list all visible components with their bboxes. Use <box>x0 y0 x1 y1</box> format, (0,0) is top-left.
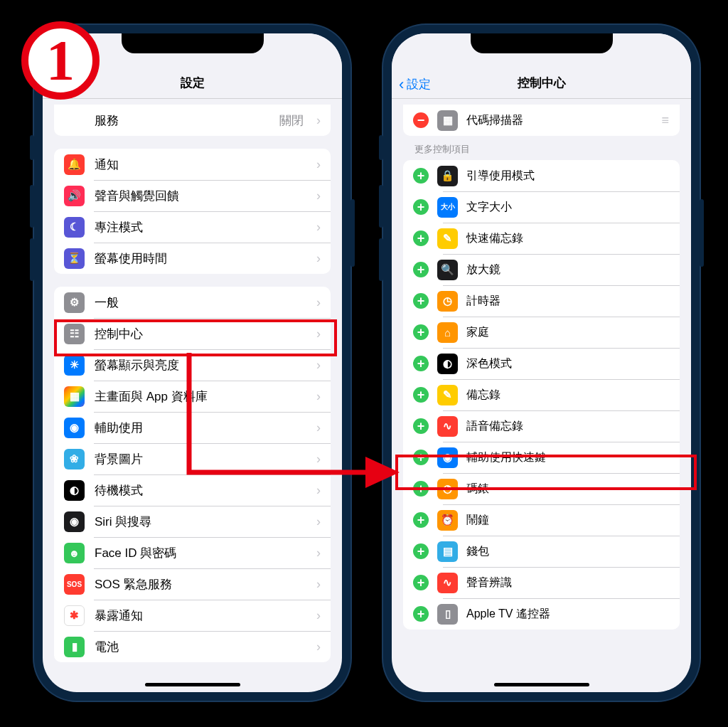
control-row[interactable]: +✎快速備忘錄 <box>403 223 680 254</box>
add-button[interactable]: + <box>413 450 429 465</box>
sound-recognition-icon: ∿ <box>437 573 458 593</box>
settings-row[interactable]: ☾專注模式› <box>54 211 331 243</box>
control-row[interactable]: +🔒引導使用模式 <box>403 160 680 191</box>
row-label: 暴露通知 <box>95 607 306 624</box>
settings-row[interactable]: ◉輔助使用› <box>54 412 331 443</box>
settings-content[interactable]: 服務 關閉 › 🔔通知›🔊聲音與觸覺回饋›☾專注模式›⏳螢幕使用時間› ⚙一般›… <box>43 105 342 662</box>
stopwatch-icon: ◔ <box>437 479 458 499</box>
row-label: 背景圖片 <box>95 451 306 467</box>
row-value: 關閉 <box>279 112 304 129</box>
settings-row[interactable]: ☀螢幕顯示與亮度› <box>54 349 331 381</box>
faceid-icon: ☻ <box>64 543 85 563</box>
add-button[interactable]: + <box>413 168 429 184</box>
row-label: 放大鏡 <box>466 262 670 277</box>
bell-icon: 🔔 <box>64 154 85 175</box>
notch <box>471 33 613 53</box>
drag-handle-icon[interactable]: ≡ <box>661 113 670 128</box>
control-row[interactable]: +▤錢包 <box>403 536 680 567</box>
control-row[interactable]: +◐深色模式 <box>403 348 680 379</box>
add-button[interactable]: + <box>413 324 429 340</box>
settings-row[interactable]: ❀背景圖片› <box>54 443 331 474</box>
add-button[interactable]: + <box>413 387 429 403</box>
settings-row-service[interactable]: 服務 關閉 › <box>54 105 331 136</box>
settings-row[interactable]: ▮電池› <box>54 631 331 662</box>
chevron-back-icon: ‹ <box>399 77 404 92</box>
control-row[interactable]: +∿語音備忘錄 <box>403 410 680 442</box>
siri-icon: ◉ <box>64 511 85 532</box>
control-center-content[interactable]: −▦代碼掃描器≡ 更多控制項目 +🔒引導使用模式+大小文字大小+✎快速備忘錄+🔍… <box>392 105 691 630</box>
brightness-icon: ☀ <box>64 355 85 376</box>
settings-row[interactable]: ⏳螢幕使用時間› <box>54 243 331 274</box>
control-row[interactable]: +◔碼錶 <box>403 473 680 504</box>
control-row[interactable]: +◷計時器 <box>403 285 680 317</box>
remove-button[interactable]: − <box>413 112 429 128</box>
power-button <box>700 199 704 267</box>
add-button[interactable]: + <box>413 262 429 277</box>
phone-frame-left: 設定 服務 關閉 › 🔔通知›🔊聲音與觸覺回饋›☾專注模式›⏳螢幕使用時間› ⚙… <box>34 25 350 701</box>
add-button[interactable]: + <box>413 418 429 434</box>
hourglass-icon: ⏳ <box>64 248 85 269</box>
lock-icon: 🔒 <box>437 166 458 186</box>
row-label: Face ID 與密碼 <box>95 545 306 561</box>
row-label: Apple TV 遙控器 <box>466 607 670 622</box>
accessibility-shortcut-icon: ◉ <box>437 447 458 468</box>
add-button[interactable]: + <box>413 543 429 559</box>
settings-row[interactable]: ▦主畫面與 App 資料庫› <box>54 381 331 412</box>
settings-row[interactable]: ⚙一般› <box>54 287 331 318</box>
add-button[interactable]: + <box>413 512 429 528</box>
power-button <box>350 199 355 267</box>
screen-left: 設定 服務 關閉 › 🔔通知›🔊聲音與觸覺回饋›☾專注模式›⏳螢幕使用時間› ⚙… <box>43 33 342 692</box>
quicknote-icon: ✎ <box>437 228 458 249</box>
settings-row[interactable]: SOSSOS 緊急服務› <box>54 568 331 600</box>
accessibility-icon: ◉ <box>64 418 85 438</box>
add-button[interactable]: + <box>413 293 429 309</box>
control-row[interactable]: +大小文字大小 <box>403 191 680 223</box>
wallet-icon: ▤ <box>437 541 458 562</box>
page-title: 設定 <box>181 75 205 91</box>
settings-row[interactable]: 🔊聲音與觸覺回饋› <box>54 180 331 211</box>
settings-row[interactable]: ◐待機模式› <box>54 474 331 506</box>
add-button[interactable]: + <box>413 230 429 246</box>
annotation-step-badge: 1 <box>21 21 100 100</box>
settings-row[interactable]: ☻Face ID 與密碼› <box>54 537 331 568</box>
home-indicator[interactable] <box>145 683 240 686</box>
control-row[interactable]: +✎備忘錄 <box>403 379 680 410</box>
home-indicator[interactable] <box>494 683 589 686</box>
row-label: 文字大小 <box>466 200 670 215</box>
back-button[interactable]: ‹ 設定 <box>399 76 431 92</box>
control-row[interactable]: +⌂家庭 <box>403 317 680 348</box>
included-controls-group: −▦代碼掃描器≡ <box>403 105 680 136</box>
sos-icon: SOS <box>64 574 85 595</box>
row-label: 快速備忘錄 <box>466 231 670 246</box>
silence-switch <box>379 135 383 160</box>
screen-right: ‹ 設定 控制中心 −▦代碼掃描器≡ 更多控制項目 +🔒引導使用模式+大小文字大… <box>392 33 691 692</box>
add-button[interactable]: + <box>413 575 429 590</box>
settings-row[interactable]: 🔔通知› <box>54 149 331 180</box>
remote-icon: ▯ <box>437 604 458 625</box>
settings-row[interactable]: ✱暴露通知› <box>54 600 331 631</box>
chevron-right-icon: › <box>316 189 321 203</box>
control-row[interactable]: +⏰鬧鐘 <box>403 504 680 536</box>
control-row[interactable]: +∿聲音辨識 <box>403 567 680 598</box>
add-button[interactable]: + <box>413 481 429 497</box>
darkmode-icon: ◐ <box>437 354 458 374</box>
chevron-right-icon: › <box>316 113 321 128</box>
control-row[interactable]: +🔍放大鏡 <box>403 254 680 285</box>
control-row[interactable]: +◉輔助使用快速鍵 <box>403 442 680 473</box>
control-row[interactable]: −▦代碼掃描器≡ <box>403 105 680 136</box>
settings-row[interactable]: ☷控制中心› <box>54 318 331 349</box>
moon-icon: ☾ <box>64 217 85 238</box>
settings-row[interactable]: ◉Siri 與搜尋› <box>54 506 331 537</box>
control-row[interactable]: +▯Apple TV 遙控器 <box>403 598 680 630</box>
voice-memo-icon: ∿ <box>437 416 458 437</box>
row-label: 一般 <box>95 294 306 311</box>
row-label: 電池 <box>95 639 306 655</box>
add-button[interactable]: + <box>413 356 429 371</box>
row-label: 輔助使用 <box>95 420 306 436</box>
add-button[interactable]: + <box>413 606 429 622</box>
add-button[interactable]: + <box>413 199 429 215</box>
row-label: 螢幕顯示與亮度 <box>95 357 306 373</box>
row-label: 家庭 <box>466 325 670 340</box>
row-label: 引導使用模式 <box>466 169 670 184</box>
notes-icon: ✎ <box>437 385 458 405</box>
